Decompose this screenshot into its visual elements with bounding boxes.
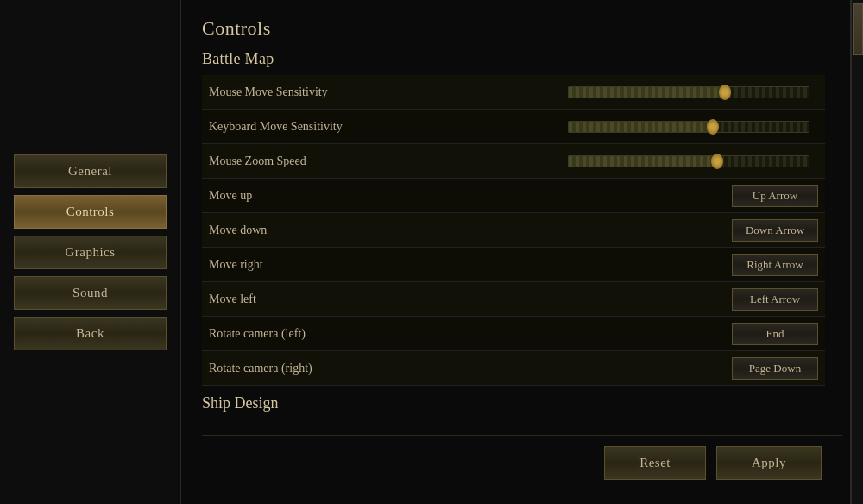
keyboard-move-label: Keyboard Move Sensitivity — [202, 120, 549, 134]
rotate-right-key-btn[interactable]: Page Down — [732, 357, 818, 380]
content-area: Controls Battle Map Mouse Move Sensitivi… — [202, 17, 842, 435]
sidebar-btn-general[interactable]: General — [14, 154, 167, 188]
keyboard-move-slider-container[interactable] — [568, 121, 818, 133]
mouse-zoom-slider-container[interactable] — [568, 155, 818, 167]
move-left-label: Move left — [202, 293, 549, 306]
mouse-move-slider-fill — [569, 87, 725, 98]
scrollbar-thumb[interactable] — [853, 3, 863, 55]
move-down-row: Move down Down Arrow — [202, 213, 825, 248]
move-right-row: Move right Right Arrow — [202, 248, 825, 282]
rotate-right-control: Page Down — [549, 357, 825, 380]
keyboard-move-slider-track[interactable] — [568, 121, 809, 133]
move-down-control: Down Arrow — [549, 219, 825, 242]
mouse-zoom-speed-row: Mouse Zoom Speed — [202, 144, 825, 179]
move-up-key-btn[interactable]: Up Arrow — [732, 185, 818, 207]
move-up-row: Move up Up Arrow — [202, 179, 825, 213]
mouse-zoom-slider-fill — [569, 156, 717, 167]
rotate-right-label: Rotate camera (right) — [202, 362, 549, 375]
reset-button[interactable]: Reset — [604, 446, 706, 480]
scrollbar-track[interactable] — [851, 0, 863, 504]
move-up-label: Move up — [202, 189, 549, 203]
sidebar-btn-controls[interactable]: Controls — [14, 195, 167, 229]
ship-design-section-title: Ship Design — [202, 386, 825, 416]
sidebar-btn-graphics[interactable]: Graphics — [14, 236, 167, 269]
move-left-row: Move left Left Arrow — [202, 282, 825, 317]
page-title: Controls — [202, 17, 825, 40]
move-up-control: Up Arrow — [549, 185, 825, 207]
rotate-left-row: Rotate camera (left) End — [202, 317, 825, 351]
move-right-key-btn[interactable]: Right Arrow — [732, 254, 818, 276]
mouse-move-slider-thumb[interactable] — [719, 85, 731, 100]
move-right-control: Right Arrow — [549, 254, 825, 276]
rotate-left-control: End — [549, 323, 825, 345]
mouse-zoom-slider-track[interactable] — [568, 155, 809, 167]
mouse-move-label: Mouse Move Sensitivity — [202, 85, 549, 99]
move-left-key-btn[interactable]: Left Arrow — [732, 288, 818, 311]
mouse-zoom-label: Mouse Zoom Speed — [202, 154, 549, 168]
mouse-zoom-slider-thumb[interactable] — [711, 154, 723, 169]
bottom-bar: Reset Apply — [202, 435, 842, 490]
sidebar-btn-sound[interactable]: Sound — [14, 276, 167, 310]
mouse-move-slider-track[interactable] — [568, 86, 809, 98]
rotate-right-row: Rotate camera (right) Page Down — [202, 351, 825, 386]
rotate-left-key-btn[interactable]: End — [732, 323, 818, 345]
move-right-label: Move right — [202, 258, 549, 272]
mouse-zoom-control — [549, 155, 825, 167]
keyboard-move-sensitivity-row: Keyboard Move Sensitivity — [202, 110, 825, 144]
sidebar: GeneralControlsGraphicsSoundBack — [0, 0, 181, 504]
move-left-control: Left Arrow — [549, 288, 825, 311]
move-down-label: Move down — [202, 224, 549, 237]
keyboard-move-slider-thumb[interactable] — [707, 119, 719, 135]
mouse-move-sensitivity-row: Mouse Move Sensitivity — [202, 75, 825, 110]
main-content: Controls Battle Map Mouse Move Sensitivi… — [181, 0, 863, 504]
keyboard-move-slider-fill — [569, 122, 713, 132]
mouse-move-slider-container[interactable] — [568, 86, 818, 98]
rotate-left-label: Rotate camera (left) — [202, 327, 549, 341]
mouse-move-control — [549, 86, 825, 98]
battlemap-section-title: Battle Map — [202, 50, 825, 68]
apply-button[interactable]: Apply — [716, 446, 822, 480]
keyboard-move-control — [549, 121, 825, 133]
sidebar-btn-back[interactable]: Back — [14, 317, 167, 350]
move-down-key-btn[interactable]: Down Arrow — [732, 219, 818, 242]
